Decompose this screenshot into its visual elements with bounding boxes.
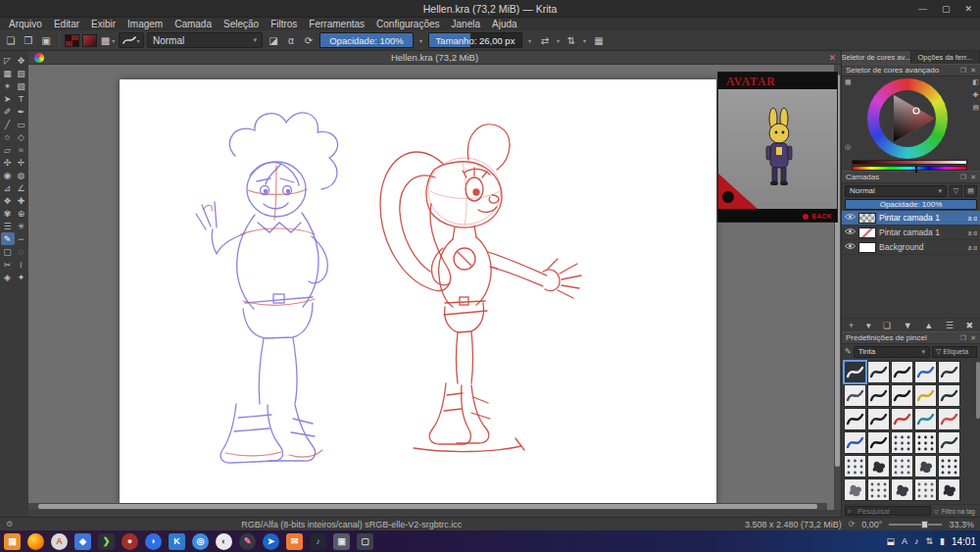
tool-elliptical-select-icon[interactable]: ◌	[15, 245, 28, 258]
maximize-icon[interactable]: ▢	[942, 4, 951, 14]
network-indicator[interactable]: ⇅	[925, 536, 933, 546]
new-document-icon[interactable]: ❏	[3, 32, 19, 48]
layer-row-pintar-camada-1[interactable]: Pintar camada 1a α	[842, 226, 980, 240]
brush-preset-2[interactable]	[867, 361, 890, 383]
tool-fill-icon[interactable]: ◉	[1, 169, 15, 181]
tool-reference-images-icon[interactable]: ❖	[1, 194, 15, 207]
tool-outline-select-icon[interactable]: ≀	[15, 258, 28, 271]
tool-ellipse-icon[interactable]: ○	[1, 130, 15, 143]
brush-preset-10[interactable]	[938, 384, 960, 407]
taskbar-files-icon[interactable]: ▤	[4, 533, 21, 550]
tool-crop-icon[interactable]: ▦	[1, 67, 15, 79]
zoom-level-value[interactable]: 33,3%	[949, 520, 974, 529]
tool-dynamic-brush-icon[interactable]: ✣	[1, 156, 15, 169]
close-docker-icon[interactable]: ✕	[970, 334, 976, 342]
tool-polygonal-select-icon[interactable]: ✂	[1, 258, 15, 271]
tool-polygon-icon[interactable]: ◇	[15, 130, 28, 143]
float-docker-icon[interactable]: ❐	[960, 67, 966, 75]
canvas-angle-value[interactable]: 0,00°	[861, 520, 882, 529]
preset-grid-scrollbar[interactable]	[976, 362, 980, 419]
layer-properties-button[interactable]: ☰	[946, 321, 954, 330]
tool-bezier-select-icon[interactable]: ◈	[1, 271, 15, 283]
brush-editor-button[interactable]: ▾	[119, 32, 144, 48]
minimize-icon[interactable]: —	[918, 4, 927, 14]
mirror-vertical-options-icon[interactable]: ▾	[581, 32, 588, 48]
blend-mode-select[interactable]: Normal ▾	[147, 32, 263, 48]
preset-tag-field[interactable]: ▽ Etiqueta	[932, 346, 977, 358]
taskbar-security-icon[interactable]: ◆	[74, 533, 91, 550]
filter-by-tag-label[interactable]: Filtro na tag	[942, 508, 975, 515]
menu-item-filtros[interactable]: Filtros	[265, 18, 303, 30]
brush-preset-16[interactable]	[844, 431, 866, 454]
tool-similar-color-select-icon[interactable]: ✳	[15, 220, 28, 232]
taskbar-terminal-icon[interactable]: ❯	[98, 533, 115, 550]
color-settings-icon[interactable]: ▦	[845, 78, 852, 86]
layer-visibility-icon[interactable]	[845, 213, 856, 223]
taskbar-browser-icon[interactable]: ◎	[192, 533, 209, 550]
brush-preset-21[interactable]	[844, 455, 866, 477]
close-docker-icon[interactable]: ✕	[970, 174, 976, 181]
tool-assistants-icon[interactable]: ⊿	[1, 181, 15, 194]
menu-item-arquivo[interactable]: Arquivo	[3, 18, 48, 30]
mirror-horizontal-icon[interactable]: ⇄	[537, 32, 553, 48]
close-docker-icon[interactable]: ✕	[970, 67, 976, 75]
preset-search-input[interactable]	[845, 506, 931, 516]
layer-opacity-slider[interactable]: Opacidade: 100%	[845, 199, 977, 210]
brush-preset-28[interactable]	[891, 478, 913, 501]
brush-preset-5[interactable]	[938, 361, 960, 383]
layer-visibility-icon[interactable]	[845, 242, 856, 252]
menu-item-ajuda[interactable]: Ajuda	[486, 18, 523, 30]
menu-item-imagem[interactable]: Imagem	[122, 18, 169, 30]
close-icon[interactable]: ✕	[964, 4, 972, 14]
tool-smart-patch-icon[interactable]: ✚	[15, 194, 28, 207]
float-docker-icon[interactable]: ❐	[960, 334, 966, 342]
taskbar-workspace-icon[interactable]: ▢	[357, 533, 373, 550]
hue-marker[interactable]	[915, 166, 917, 173]
color-side-icon-3[interactable]: ▤	[972, 104, 979, 112]
layer-thumbnail[interactable]	[858, 242, 876, 253]
layer-name[interactable]: Pintar camada 1	[879, 227, 965, 237]
menu-item-configura-es[interactable]: Configurações	[370, 18, 445, 30]
color-side-icon-2[interactable]: ✚	[973, 91, 979, 99]
pattern-button[interactable]: ▩ ▾	[100, 32, 116, 48]
open-document-icon[interactable]: ❒	[21, 32, 36, 48]
taskbar-mail-icon[interactable]: ✉	[286, 533, 303, 550]
tool-select-shapes-icon[interactable]: ➤	[1, 92, 15, 105]
brush-preset-24[interactable]	[914, 455, 937, 477]
layer-name[interactable]: Pintar camada 1	[879, 213, 965, 223]
taskbar-media-player-icon[interactable]: ●	[122, 533, 138, 550]
tab-advanced-color-selector[interactable]: Seletor de cores av...	[842, 51, 911, 64]
preset-tag-select[interactable]: Tinta ▾	[854, 346, 930, 358]
gradient-swatch[interactable]	[65, 34, 79, 47]
zoom-slider[interactable]	[889, 524, 942, 526]
canvas-page[interactable]	[120, 79, 716, 503]
brush-preset-27[interactable]	[867, 478, 890, 501]
hue-gradient-bar[interactable]	[852, 166, 967, 171]
volume-indicator[interactable]: ♪	[914, 536, 919, 546]
opacity-options-icon[interactable]: ▾	[416, 32, 425, 48]
taskbar-chat-icon[interactable]: ◗	[145, 533, 162, 550]
taskbar-navigator-icon[interactable]: ➤	[263, 533, 279, 550]
brush-preset-4[interactable]	[914, 361, 937, 383]
tool-edit-shapes-icon[interactable]: ✐	[1, 105, 15, 118]
taskbar-kate-icon[interactable]: K	[169, 533, 185, 550]
menu-item-exibir[interactable]: Exibir	[85, 18, 122, 30]
rotation-reset-icon[interactable]: ⟳	[849, 520, 856, 528]
layer-thumbnail[interactable]	[858, 227, 876, 238]
mirror-horizontal-options-icon[interactable]: ▾	[555, 32, 562, 48]
zoom-slider-thumb[interactable]	[921, 521, 928, 528]
brush-preset-6[interactable]	[844, 384, 866, 407]
tool-rectangle-icon[interactable]: ▭	[15, 118, 28, 130]
brush-preset-17[interactable]	[867, 431, 890, 454]
layer-filter-icon[interactable]: ▽	[950, 185, 962, 197]
brush-preset-23[interactable]	[891, 455, 913, 477]
tool-transform-icon[interactable]: ◸	[1, 54, 15, 67]
brush-size-slider[interactable]: Tamanho: 26,00 px	[428, 32, 522, 48]
display-indicator[interactable]: ⬓	[886, 536, 895, 546]
horizontal-scrollbar-thumb[interactable]	[38, 504, 817, 509]
shade-gradient-bar[interactable]	[852, 160, 967, 165]
tool-zoom-icon[interactable]: ⊕	[15, 207, 28, 220]
taskbar-music-icon[interactable]: ♪	[310, 533, 326, 550]
layer-view-options-icon[interactable]: ▤	[964, 185, 977, 197]
color-side-icon-1[interactable]: ◧	[972, 78, 979, 86]
